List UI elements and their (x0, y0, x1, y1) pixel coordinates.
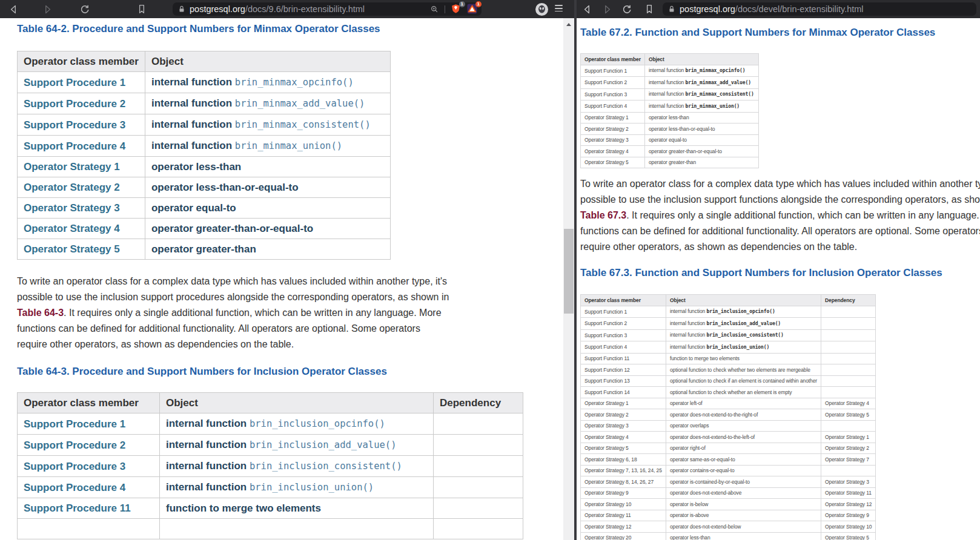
object-text: internal function (670, 332, 707, 338)
column-header: Object (644, 54, 758, 65)
table-caption-inclusion: Table 67.3. Function and Support Numbers… (580, 267, 942, 279)
operator-class-member-cell: Operator Strategy 6, 18 (581, 454, 666, 466)
object-text: internal function (670, 308, 707, 314)
object-text: operator does-not-extend-to-the-left-of (670, 434, 755, 440)
object-text: optional function to check if an element… (670, 378, 817, 384)
back-button[interactable] (6, 2, 21, 16)
operator-class-member-cell: Support Function 4 (581, 100, 645, 113)
column-header: Dependency (821, 295, 876, 306)
dependency-cell: Operator Strategy 12 (821, 499, 876, 510)
operator-class-member-cell: Operator Strategy 4 (581, 146, 645, 157)
shield-extension-button[interactable]: 1 (451, 4, 462, 15)
table-row: Operator Strategy 10operator is-belowOpe… (581, 499, 876, 510)
operator-class-member-cell: Support Procedure 4 (18, 136, 145, 157)
object-text: function to merge two elements (670, 355, 740, 361)
back-icon (8, 4, 19, 15)
object-cell: internal function brin_minmax_consistent… (644, 88, 758, 100)
object-text: internal function (151, 140, 235, 151)
object-cell: internal function brin_minmax_consistent… (145, 114, 390, 136)
table-header-row: Operator class member Object Dependency (581, 295, 876, 306)
back-button-right[interactable] (580, 2, 594, 16)
operator-class-member-cell: Operator Strategy 5 (581, 443, 666, 454)
dependency-cell (821, 306, 876, 318)
operator-class-member-cell (18, 519, 160, 539)
object-cell: operator does-not-extend-to-the-left-of (666, 432, 821, 443)
operator-class-member-cell: Operator Strategy 20 (581, 532, 666, 540)
address-bar-right[interactable]: postgresql.org/docs/devel/brin-extensibi… (663, 2, 976, 16)
dependency-cell (434, 498, 523, 519)
paragraph-line: require other operators, as shown as dep… (580, 239, 980, 255)
operator-class-member-cell: Operator Strategy 2 (18, 177, 145, 198)
operator-class-member-cell: Operator Strategy 12 (581, 521, 666, 533)
object-cell: internal function brin_minmax_union() (644, 100, 758, 113)
operator-class-member-cell: Operator Strategy 1 (18, 157, 145, 177)
object-text: operator less-than (670, 535, 710, 540)
forward-icon (42, 4, 53, 15)
table-row: Support Procedure 4internal function bri… (18, 136, 391, 157)
code-text: brin_inclusion_consistent() (250, 461, 402, 472)
table-row: Operator Strategy 12operator does-not-ex… (581, 521, 876, 533)
dependency-cell: Operator Strategy 5 (821, 532, 876, 540)
column-header: Dependency (434, 393, 523, 413)
dependency-cell (821, 329, 876, 341)
address-bar-left[interactable]: postgresql.org/docs/9.6/brin-extensibili… (173, 2, 482, 16)
object-text: internal function (649, 79, 686, 85)
object-cell: internal function brin_inclusion_add_val… (160, 435, 434, 456)
table-row: Support Procedure 11function to merge tw… (18, 498, 523, 519)
reload-button[interactable] (78, 2, 92, 16)
operator-class-member-cell: Operator Strategy 3 (581, 420, 666, 432)
reload-button-right[interactable] (620, 2, 634, 16)
paragraph-line: To write an operator class for a complex… (580, 176, 980, 192)
table-link[interactable]: Table 67.3 (580, 210, 626, 220)
object-cell: internal function brin_inclusion_opcinfo… (160, 413, 434, 435)
forward-button[interactable] (40, 2, 55, 16)
table-link[interactable]: Table 64-3 (17, 308, 64, 318)
operator-class-member-cell: Operator Strategy 7, 13, 16, 24, 25 (581, 465, 666, 476)
url-domain: postgresql.org (680, 4, 735, 14)
operator-class-member-cell: Operator Strategy 5 (18, 239, 145, 260)
object-text: operator is-contained-by-or-equal-to (670, 479, 750, 485)
dependency-cell (821, 318, 876, 330)
bookmark-button-right[interactable] (642, 2, 657, 16)
object-cell: operator is-below (666, 499, 821, 510)
object-text: internal function (166, 439, 250, 450)
browser-toolbar: postgresql.org/docs/9.6/brin-extensibili… (0, 0, 980, 18)
window-divider (574, 0, 577, 540)
separator (445, 5, 445, 13)
menu-button[interactable] (555, 5, 563, 12)
table-row: Operator Strategy 11operator is-aboveOpe… (581, 510, 876, 521)
scrollbar[interactable] (563, 18, 574, 540)
operator-class-member-cell: Support Function 14 (581, 387, 666, 398)
table-row: Support Procedure 1internal function bri… (18, 413, 523, 435)
code-text: brin_inclusion_opcinfo() (250, 418, 385, 429)
extension-badge: 1 (475, 1, 482, 7)
operator-class-member-cell: Operator Strategy 8, 14, 26, 27 (581, 476, 666, 488)
object-cell: operator left-of (666, 398, 821, 409)
profile-avatar-button[interactable] (534, 2, 549, 16)
url-text: postgresql.org/docs/devel/brin-extensibi… (680, 4, 864, 14)
operator-class-member-cell: Support Function 4 (581, 341, 666, 354)
table-row: Operator Strategy 9operator does-not-ext… (581, 487, 876, 499)
column-header: Object (145, 51, 390, 72)
code-text: brin_minmax_union() (235, 140, 342, 151)
code-text: brin_minmax_add_value() (685, 80, 750, 85)
object-cell: operator does-not-extend-to-the-right-of (666, 409, 821, 421)
operator-class-member-cell: Support Function 3 (581, 88, 645, 100)
table-row: Support Function 3internal function brin… (581, 88, 759, 100)
table-row: Support Function 2internal function brin… (581, 77, 759, 89)
table-row: Support Function 14optional function to … (581, 387, 876, 398)
object-text: internal function (649, 67, 686, 73)
scroll-up-icon[interactable] (566, 23, 571, 26)
scrollbar-thumb[interactable] (564, 229, 574, 314)
object-text: operator overlaps (670, 423, 709, 429)
zoom-page-icon[interactable] (430, 5, 439, 14)
bookmark-button[interactable] (134, 2, 149, 16)
inclusion-operator-table: Operator class member Object Dependency … (580, 294, 876, 540)
code-text: brin_inclusion_opcinfo() (706, 309, 775, 314)
object-cell: operator greater-than-or-equal-to (145, 219, 390, 239)
forward-button-right[interactable] (600, 2, 614, 16)
object-cell: operator greater-than-or-equal-to (644, 146, 758, 157)
object-text: operator greater-than-or-equal-to (151, 223, 313, 234)
table-header-row: Operator class member Object (18, 51, 391, 72)
triangle-extension-button[interactable]: 1 (467, 4, 478, 15)
